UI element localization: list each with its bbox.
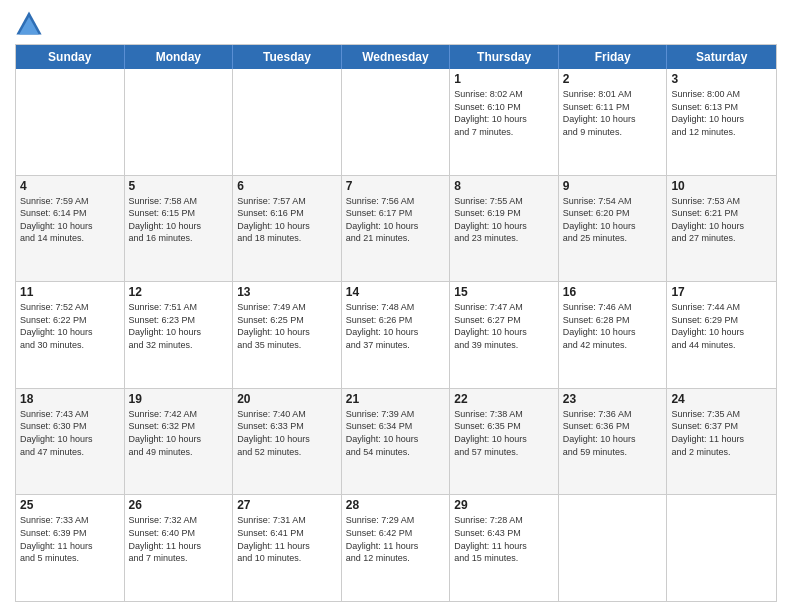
calendar-cell-4: 4Sunrise: 7:59 AMSunset: 6:14 PMDaylight…: [16, 176, 125, 282]
day-number: 2: [563, 72, 663, 86]
day-info: Sunrise: 7:32 AMSunset: 6:40 PMDaylight:…: [129, 514, 229, 564]
calendar-cell-empty-0-3: [342, 69, 451, 175]
header-day-monday: Monday: [125, 45, 234, 69]
day-number: 5: [129, 179, 229, 193]
calendar-cell-2: 2Sunrise: 8:01 AMSunset: 6:11 PMDaylight…: [559, 69, 668, 175]
calendar-cell-empty-0-0: [16, 69, 125, 175]
day-number: 23: [563, 392, 663, 406]
calendar-cell-9: 9Sunrise: 7:54 AMSunset: 6:20 PMDaylight…: [559, 176, 668, 282]
calendar-cell-empty-4-5: [559, 495, 668, 601]
day-number: 7: [346, 179, 446, 193]
day-info: Sunrise: 7:36 AMSunset: 6:36 PMDaylight:…: [563, 408, 663, 458]
calendar-cell-15: 15Sunrise: 7:47 AMSunset: 6:27 PMDayligh…: [450, 282, 559, 388]
day-number: 16: [563, 285, 663, 299]
day-info: Sunrise: 7:59 AMSunset: 6:14 PMDaylight:…: [20, 195, 120, 245]
day-number: 22: [454, 392, 554, 406]
day-number: 11: [20, 285, 120, 299]
calendar-cell-7: 7Sunrise: 7:56 AMSunset: 6:17 PMDaylight…: [342, 176, 451, 282]
day-number: 14: [346, 285, 446, 299]
calendar-cell-6: 6Sunrise: 7:57 AMSunset: 6:16 PMDaylight…: [233, 176, 342, 282]
calendar-cell-12: 12Sunrise: 7:51 AMSunset: 6:23 PMDayligh…: [125, 282, 234, 388]
calendar-header: SundayMondayTuesdayWednesdayThursdayFrid…: [16, 45, 776, 69]
day-info: Sunrise: 7:40 AMSunset: 6:33 PMDaylight:…: [237, 408, 337, 458]
day-number: 3: [671, 72, 772, 86]
calendar-cell-5: 5Sunrise: 7:58 AMSunset: 6:15 PMDaylight…: [125, 176, 234, 282]
day-number: 29: [454, 498, 554, 512]
calendar-cell-21: 21Sunrise: 7:39 AMSunset: 6:34 PMDayligh…: [342, 389, 451, 495]
day-number: 19: [129, 392, 229, 406]
day-info: Sunrise: 8:00 AMSunset: 6:13 PMDaylight:…: [671, 88, 772, 138]
calendar-cell-19: 19Sunrise: 7:42 AMSunset: 6:32 PMDayligh…: [125, 389, 234, 495]
day-number: 6: [237, 179, 337, 193]
calendar-week-5: 25Sunrise: 7:33 AMSunset: 6:39 PMDayligh…: [16, 495, 776, 601]
calendar-cell-10: 10Sunrise: 7:53 AMSunset: 6:21 PMDayligh…: [667, 176, 776, 282]
calendar-cell-24: 24Sunrise: 7:35 AMSunset: 6:37 PMDayligh…: [667, 389, 776, 495]
day-number: 24: [671, 392, 772, 406]
calendar-cell-26: 26Sunrise: 7:32 AMSunset: 6:40 PMDayligh…: [125, 495, 234, 601]
header-day-wednesday: Wednesday: [342, 45, 451, 69]
day-number: 1: [454, 72, 554, 86]
calendar-cell-28: 28Sunrise: 7:29 AMSunset: 6:42 PMDayligh…: [342, 495, 451, 601]
day-number: 21: [346, 392, 446, 406]
calendar-cell-22: 22Sunrise: 7:38 AMSunset: 6:35 PMDayligh…: [450, 389, 559, 495]
calendar-cell-17: 17Sunrise: 7:44 AMSunset: 6:29 PMDayligh…: [667, 282, 776, 388]
calendar-cell-13: 13Sunrise: 7:49 AMSunset: 6:25 PMDayligh…: [233, 282, 342, 388]
day-number: 4: [20, 179, 120, 193]
calendar-week-3: 11Sunrise: 7:52 AMSunset: 6:22 PMDayligh…: [16, 282, 776, 389]
day-info: Sunrise: 7:38 AMSunset: 6:35 PMDaylight:…: [454, 408, 554, 458]
day-info: Sunrise: 7:42 AMSunset: 6:32 PMDaylight:…: [129, 408, 229, 458]
page: SundayMondayTuesdayWednesdayThursdayFrid…: [0, 0, 792, 612]
logo: [15, 10, 47, 38]
day-info: Sunrise: 7:54 AMSunset: 6:20 PMDaylight:…: [563, 195, 663, 245]
header-day-saturday: Saturday: [667, 45, 776, 69]
day-info: Sunrise: 7:49 AMSunset: 6:25 PMDaylight:…: [237, 301, 337, 351]
calendar-cell-11: 11Sunrise: 7:52 AMSunset: 6:22 PMDayligh…: [16, 282, 125, 388]
calendar-cell-29: 29Sunrise: 7:28 AMSunset: 6:43 PMDayligh…: [450, 495, 559, 601]
day-info: Sunrise: 7:33 AMSunset: 6:39 PMDaylight:…: [20, 514, 120, 564]
calendar-week-2: 4Sunrise: 7:59 AMSunset: 6:14 PMDaylight…: [16, 176, 776, 283]
calendar: SundayMondayTuesdayWednesdayThursdayFrid…: [15, 44, 777, 602]
day-number: 25: [20, 498, 120, 512]
day-info: Sunrise: 7:55 AMSunset: 6:19 PMDaylight:…: [454, 195, 554, 245]
calendar-cell-16: 16Sunrise: 7:46 AMSunset: 6:28 PMDayligh…: [559, 282, 668, 388]
calendar-cell-20: 20Sunrise: 7:40 AMSunset: 6:33 PMDayligh…: [233, 389, 342, 495]
day-info: Sunrise: 7:31 AMSunset: 6:41 PMDaylight:…: [237, 514, 337, 564]
day-number: 18: [20, 392, 120, 406]
day-number: 8: [454, 179, 554, 193]
calendar-cell-1: 1Sunrise: 8:02 AMSunset: 6:10 PMDaylight…: [450, 69, 559, 175]
calendar-week-4: 18Sunrise: 7:43 AMSunset: 6:30 PMDayligh…: [16, 389, 776, 496]
day-info: Sunrise: 7:47 AMSunset: 6:27 PMDaylight:…: [454, 301, 554, 351]
day-info: Sunrise: 8:02 AMSunset: 6:10 PMDaylight:…: [454, 88, 554, 138]
day-number: 12: [129, 285, 229, 299]
day-info: Sunrise: 7:57 AMSunset: 6:16 PMDaylight:…: [237, 195, 337, 245]
header: [15, 10, 777, 38]
day-info: Sunrise: 7:48 AMSunset: 6:26 PMDaylight:…: [346, 301, 446, 351]
calendar-week-1: 1Sunrise: 8:02 AMSunset: 6:10 PMDaylight…: [16, 69, 776, 176]
header-day-friday: Friday: [559, 45, 668, 69]
calendar-body: 1Sunrise: 8:02 AMSunset: 6:10 PMDaylight…: [16, 69, 776, 601]
header-day-tuesday: Tuesday: [233, 45, 342, 69]
day-number: 17: [671, 285, 772, 299]
day-info: Sunrise: 7:35 AMSunset: 6:37 PMDaylight:…: [671, 408, 772, 458]
header-day-thursday: Thursday: [450, 45, 559, 69]
day-number: 13: [237, 285, 337, 299]
day-info: Sunrise: 7:52 AMSunset: 6:22 PMDaylight:…: [20, 301, 120, 351]
calendar-cell-empty-4-6: [667, 495, 776, 601]
calendar-cell-8: 8Sunrise: 7:55 AMSunset: 6:19 PMDaylight…: [450, 176, 559, 282]
day-info: Sunrise: 7:53 AMSunset: 6:21 PMDaylight:…: [671, 195, 772, 245]
day-number: 10: [671, 179, 772, 193]
day-info: Sunrise: 7:56 AMSunset: 6:17 PMDaylight:…: [346, 195, 446, 245]
calendar-cell-3: 3Sunrise: 8:00 AMSunset: 6:13 PMDaylight…: [667, 69, 776, 175]
day-info: Sunrise: 7:28 AMSunset: 6:43 PMDaylight:…: [454, 514, 554, 564]
header-day-sunday: Sunday: [16, 45, 125, 69]
day-number: 26: [129, 498, 229, 512]
day-info: Sunrise: 7:43 AMSunset: 6:30 PMDaylight:…: [20, 408, 120, 458]
day-info: Sunrise: 7:39 AMSunset: 6:34 PMDaylight:…: [346, 408, 446, 458]
day-number: 9: [563, 179, 663, 193]
day-number: 27: [237, 498, 337, 512]
calendar-cell-empty-0-1: [125, 69, 234, 175]
day-number: 15: [454, 285, 554, 299]
calendar-cell-18: 18Sunrise: 7:43 AMSunset: 6:30 PMDayligh…: [16, 389, 125, 495]
calendar-cell-14: 14Sunrise: 7:48 AMSunset: 6:26 PMDayligh…: [342, 282, 451, 388]
day-info: Sunrise: 8:01 AMSunset: 6:11 PMDaylight:…: [563, 88, 663, 138]
